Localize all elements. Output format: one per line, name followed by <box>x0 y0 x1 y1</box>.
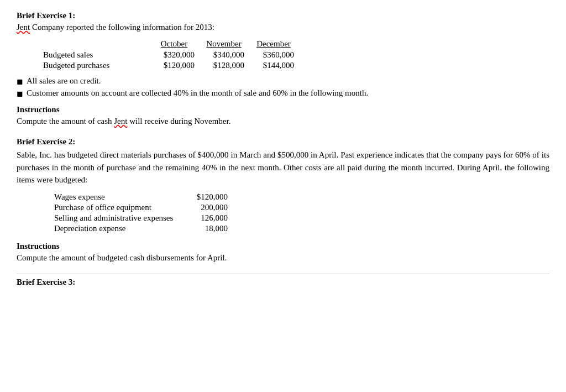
bullet-icon-1: ◼ <box>17 89 23 98</box>
budget-table: October November December Budgeted sales… <box>39 39 298 71</box>
bullet-text-1: Customer amounts on account are collecte… <box>27 88 549 98</box>
list-item: Wages expense $120,000 <box>50 192 232 202</box>
bullet-item-0: ◼ All sales are on credit. <box>17 76 549 86</box>
list-item: Purchase of office equipment 200,000 <box>50 202 232 213</box>
bullet-item-1: ◼ Customer amounts on account are collec… <box>17 88 549 98</box>
instructions-underline: Jent <box>114 117 127 126</box>
item-label-0: Wages expense <box>50 192 182 202</box>
intro-rest: Company reported the following informati… <box>30 23 214 32</box>
exercise-2-body: Sable, Inc. has budgeted direct material… <box>17 149 549 186</box>
item-value-3: 18,000 <box>182 223 232 234</box>
bullet-icon-0: ◼ <box>17 77 23 86</box>
row-label-1: Budgeted purchases <box>39 60 149 71</box>
instructions-1-text: Compute the amount of cash Jent will rec… <box>17 117 549 126</box>
item-label-1: Purchase of office equipment <box>50 202 182 213</box>
exercise-1-intro: Jent Company reported the following info… <box>17 23 549 32</box>
items-table: Wages expense $120,000 Purchase of offic… <box>50 192 232 234</box>
empty-header <box>39 39 149 50</box>
row-nov-1: $128,000 <box>199 60 249 71</box>
item-label-2: Selling and administrative expenses <box>50 213 182 223</box>
item-value-0: $120,000 <box>182 192 232 202</box>
exercise-2-instructions: Instructions Compute the amount of budge… <box>17 242 549 263</box>
exercise-2-title: Brief Exercise 2: <box>17 137 549 147</box>
exercise-2: Brief Exercise 2: Sable, Inc. has budget… <box>17 137 549 263</box>
exercise-1-title: Brief Exercise 1: <box>17 11 549 20</box>
item-label-3: Depreciation expense <box>50 223 182 234</box>
intro-underline: Jent <box>17 23 30 32</box>
exercise-3-title: Brief Exercise 3: <box>17 278 549 287</box>
row-label-0: Budgeted sales <box>39 50 149 60</box>
october-header: October <box>149 39 199 50</box>
instructions-2-title: Instructions <box>17 242 549 251</box>
row-nov-0: $340,000 <box>199 50 249 60</box>
table-row: Budgeted purchases $120,000 $128,000 $14… <box>39 60 298 71</box>
exercise-1: Brief Exercise 1: Jent Company reported … <box>17 11 549 126</box>
exercise-1-bullets: ◼ All sales are on credit. ◼ Customer am… <box>17 76 549 98</box>
table-row: Budgeted sales $320,000 $340,000 $360,00… <box>39 50 298 60</box>
exercise-2-items: Wages expense $120,000 Purchase of offic… <box>50 192 549 234</box>
row-dec-0: $360,000 <box>249 50 298 60</box>
row-oct-1: $120,000 <box>149 60 199 71</box>
instructions-2-text: Compute the amount of budgeted cash disb… <box>17 253 549 263</box>
instructions-1-title: Instructions <box>17 105 549 114</box>
bullet-text-0: All sales are on credit. <box>27 76 549 86</box>
exercise-1-instructions: Instructions Compute the amount of cash … <box>17 105 549 126</box>
list-item: Selling and administrative expenses 126,… <box>50 213 232 223</box>
exercise-1-table: October November December Budgeted sales… <box>39 39 549 71</box>
item-value-2: 126,000 <box>182 213 232 223</box>
row-oct-0: $320,000 <box>149 50 199 60</box>
december-header: December <box>249 39 298 50</box>
november-header: November <box>199 39 249 50</box>
list-item: Depreciation expense 18,000 <box>50 223 232 234</box>
exercise-3-partial: Brief Exercise 3: <box>17 274 549 287</box>
item-value-1: 200,000 <box>182 202 232 213</box>
row-dec-1: $144,000 <box>249 60 298 71</box>
